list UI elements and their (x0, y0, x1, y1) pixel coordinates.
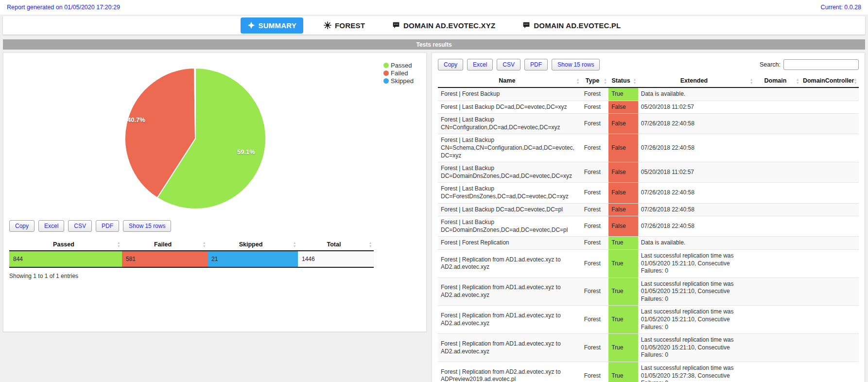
name-cell: Forest | Last Backup CN=Configuration,DC… (438, 114, 581, 134)
tab-domain-ad-evotec-pl[interactable]: DOMAIN AD.EVOTEC.PL (516, 17, 627, 34)
csv-button[interactable]: CSV (497, 59, 521, 70)
extended-cell: 07/26/2018 22:40:58 (638, 203, 755, 216)
column-header-passed[interactable]: Passed▲▼ (9, 239, 122, 251)
domain-cell (755, 101, 801, 114)
copy-button[interactable]: Copy (438, 59, 463, 70)
pie-label-passed: 59.1% (237, 148, 255, 156)
status-cell: False (608, 134, 638, 162)
result-row: Forest | Last Backup DC=ad,DC=evotec,DC=… (438, 203, 859, 216)
column-header-domain[interactable]: Domain▲▼ (755, 75, 801, 87)
column-header-domaincontroller[interactable]: DomainController▲▼ (801, 75, 859, 87)
status-cell: True (608, 278, 638, 306)
domaincontroller-cell (801, 334, 859, 362)
type-cell: Forest (581, 216, 609, 237)
domain-cell (755, 306, 801, 334)
legend-dot (383, 78, 389, 84)
column-header-failed[interactable]: Failed▲▼ (122, 239, 208, 251)
pdf-button[interactable]: PDF (524, 59, 548, 70)
result-row: Forest | Last Backup CN=Configuration,DC… (438, 114, 859, 134)
excel-button[interactable]: Excel (38, 220, 64, 232)
domain-cell (755, 237, 801, 250)
status-cell: True (608, 87, 638, 101)
domaincontroller-cell (801, 114, 859, 134)
show-15-rows-button[interactable]: Show 15 rows (552, 59, 600, 70)
name-cell: Forest | Last Backup DC=ad,DC=evotec,DC=… (438, 203, 581, 216)
extended-cell: Data is available. (638, 237, 755, 250)
name-cell: Forest | Forest Backup (438, 87, 581, 101)
legend-item-passed[interactable]: Passed (383, 62, 414, 69)
tab-summary[interactable]: SUMMARY (241, 17, 303, 34)
failed-count-cell: 581 (122, 251, 208, 267)
extended-cell: 07/26/2018 22:40:58 (638, 183, 755, 203)
status-cell: False (608, 114, 638, 134)
summary-header-row: Passed▲▼ Failed▲▼ Skipped▲▼ Total▲▼ (9, 239, 374, 251)
domain-cell (755, 114, 801, 134)
column-header-skipped[interactable]: Skipped▲▼ (208, 239, 298, 251)
extended-cell: Last successful replication time was 01/… (638, 249, 755, 278)
result-row: Forest | Last Backup DC=DomainDnsZones,D… (438, 162, 859, 183)
sort-icon: ▲▼ (796, 78, 799, 85)
type-cell: Forest (581, 278, 609, 306)
domaincontroller-cell (801, 306, 859, 334)
legend-item-failed[interactable]: Failed (383, 69, 414, 77)
tab-bar: SUMMARYFORESTDOMAIN AD.EVOTEC.XYZDOMAIN … (3, 16, 865, 35)
domain-cell (755, 183, 801, 203)
pdf-button[interactable]: PDF (96, 220, 119, 232)
type-cell: Forest (581, 183, 609, 203)
domain-cell (755, 162, 801, 183)
type-cell: Forest (581, 114, 609, 134)
result-row: Forest | Replication from AD1.ad.evotec.… (438, 306, 859, 334)
type-cell: Forest (581, 334, 609, 362)
status-cell: False (608, 183, 638, 203)
csv-button[interactable]: CSV (68, 220, 92, 232)
extended-cell: Last successful replication time was 01/… (638, 362, 755, 382)
tab-domain-ad-evotec-xyz[interactable]: DOMAIN AD.EVOTEC.XYZ (385, 17, 502, 34)
column-header-type[interactable]: Type▲▼ (581, 75, 609, 87)
column-header-total[interactable]: Total▲▼ (298, 239, 374, 251)
status-cell: True (608, 237, 638, 250)
name-cell: Forest | Replication from AD2.ad.evotec.… (438, 362, 581, 382)
excel-button[interactable]: Excel (467, 59, 493, 70)
extended-cell: Last successful replication time was 01/… (638, 278, 755, 306)
name-cell: Forest | Replication from AD1.ad.evotec.… (438, 278, 581, 306)
column-header-status[interactable]: Status▲▼ (608, 75, 638, 87)
summary-table: Passed▲▼ Failed▲▼ Skipped▲▼ Total▲▼ 844 … (9, 239, 374, 268)
domain-cell (755, 134, 801, 162)
copy-button[interactable]: Copy (9, 220, 35, 232)
top-bar: Report generated on 01/05/2020 17:20:29 … (0, 0, 868, 15)
status-cell: False (608, 162, 638, 183)
status-cell: False (608, 216, 638, 237)
summary-entries-info: Showing 1 to 1 of 1 entries (9, 273, 420, 279)
show-15-rows-button[interactable]: Show 15 rows (123, 220, 171, 232)
legend-item-skipped[interactable]: Skipped (383, 77, 414, 85)
result-row: Forest | Last Backup CN=Schema,CN=Config… (438, 134, 859, 162)
type-cell: Forest (581, 306, 609, 334)
pie-chart: 40.7% 59.1% PassedFailedSkipped (9, 59, 420, 220)
sort-icon: ▲▼ (369, 242, 372, 248)
domain-icon (522, 21, 530, 29)
type-cell: Forest (581, 87, 609, 101)
forest-icon (324, 21, 331, 29)
navigation-icon (247, 21, 255, 29)
sort-icon: ▲▼ (117, 242, 121, 248)
search-box: Search: (760, 59, 859, 70)
status-cell: True (608, 249, 638, 278)
result-row: Forest | Replication from AD1.ad.evotec.… (438, 278, 859, 306)
name-cell: Forest | Replication from AD1.ad.evotec.… (438, 334, 581, 362)
skipped-count-cell: 21 (208, 251, 298, 267)
total-count-cell: 1446 (298, 251, 374, 267)
domaincontroller-cell (801, 249, 859, 278)
domaincontroller-cell (801, 237, 859, 250)
tab-forest[interactable]: FOREST (317, 17, 372, 34)
sort-icon: ▲▼ (203, 242, 206, 248)
column-header-name[interactable]: Name▲▼ (438, 75, 581, 87)
domaincontroller-cell (801, 278, 859, 306)
domain-cell (755, 216, 801, 237)
result-row: Forest | Replication from AD2.ad.evotec.… (438, 362, 859, 382)
type-cell: Forest (581, 203, 609, 216)
search-input[interactable] (783, 59, 859, 70)
sort-icon: ▲▼ (293, 242, 296, 248)
column-header-extended[interactable]: Extended▲▼ (638, 75, 755, 87)
name-cell: Forest | Last Backup DC=DomainDnsZones,D… (438, 162, 581, 183)
summary-table-buttons: CopyExcelCSVPDFShow 15 rows (9, 220, 420, 232)
